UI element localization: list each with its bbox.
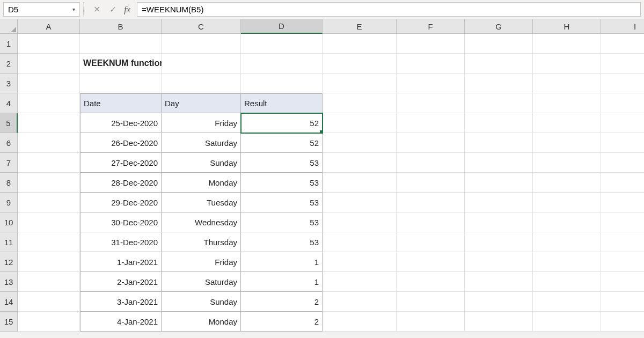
cell-I15[interactable] [601, 312, 644, 332]
select-all-corner[interactable] [0, 19, 18, 34]
row-header-2[interactable]: 2 [0, 54, 18, 74]
cell-E15[interactable] [323, 312, 397, 332]
column-header-A[interactable]: A [18, 19, 80, 34]
cell-F8[interactable] [397, 173, 465, 193]
spreadsheet-grid[interactable]: ABCDEFGHI 123456789101112131415 WEEKNUM … [0, 19, 644, 34]
cell-I4[interactable] [601, 93, 644, 113]
cell-H7[interactable] [533, 153, 601, 173]
cell-F3[interactable] [397, 74, 465, 93]
column-header-D[interactable]: D [241, 19, 323, 34]
cell-B11[interactable]: 31-Dec-2020 [80, 232, 162, 252]
cell-A10[interactable] [18, 212, 80, 232]
cell-F14[interactable] [397, 292, 465, 312]
cell-H4[interactable] [533, 93, 601, 113]
cell-G8[interactable] [465, 173, 533, 193]
cell-C1[interactable] [162, 34, 241, 54]
cell-C7[interactable]: Sunday [162, 153, 241, 173]
cell-reference-input[interactable] [8, 5, 72, 14]
cell-I8[interactable] [601, 173, 644, 193]
cell-A15[interactable] [18, 312, 80, 332]
cell-F1[interactable] [397, 34, 465, 54]
cell-H10[interactable] [533, 212, 601, 232]
cell-A13[interactable] [18, 272, 80, 292]
cell-H11[interactable] [533, 232, 601, 252]
cell-G5[interactable] [465, 113, 533, 133]
cell-C2[interactable] [162, 54, 241, 74]
cell-I9[interactable] [601, 193, 644, 212]
cell-G9[interactable] [465, 193, 533, 212]
cell-C3[interactable] [162, 74, 241, 93]
cell-B10[interactable]: 30-Dec-2020 [80, 212, 162, 232]
column-header-H[interactable]: H [533, 19, 601, 34]
formula-input[interactable] [142, 5, 636, 14]
cell-H13[interactable] [533, 272, 601, 292]
cell-B5[interactable]: 25-Dec-2020 [80, 113, 162, 133]
cell-A2[interactable] [18, 54, 80, 74]
row-header-1[interactable]: 1 [0, 34, 18, 54]
cell-C4[interactable]: Day [162, 93, 241, 113]
cell-C15[interactable]: Monday [162, 312, 241, 332]
cell-D14[interactable]: 2 [241, 292, 323, 312]
cell-H2[interactable] [533, 54, 601, 74]
cell-C11[interactable]: Thursday [162, 232, 241, 252]
cell-B9[interactable]: 29-Dec-2020 [80, 193, 162, 212]
cell-C8[interactable]: Monday [162, 173, 241, 193]
cell-E13[interactable] [323, 272, 397, 292]
row-header-10[interactable]: 10 [0, 212, 18, 232]
cell-C6[interactable]: Saturday [162, 133, 241, 153]
cell-I7[interactable] [601, 153, 644, 173]
cell-E1[interactable] [323, 34, 397, 54]
cell-F15[interactable] [397, 312, 465, 332]
cell-E5[interactable] [323, 113, 397, 133]
cell-B8[interactable]: 28-Dec-2020 [80, 173, 162, 193]
cell-D1[interactable] [241, 34, 323, 54]
cell-E2[interactable] [323, 54, 397, 74]
row-header-15[interactable]: 15 [0, 312, 18, 332]
column-header-I[interactable]: I [601, 19, 644, 34]
cell-G7[interactable] [465, 153, 533, 173]
row-header-14[interactable]: 14 [0, 292, 18, 312]
cell-D8[interactable]: 53 [241, 173, 323, 193]
cell-H6[interactable] [533, 133, 601, 153]
cell-H5[interactable] [533, 113, 601, 133]
cell-D4[interactable]: Result [241, 93, 323, 113]
cell-H9[interactable] [533, 193, 601, 212]
cell-F9[interactable] [397, 193, 465, 212]
cell-G3[interactable] [465, 74, 533, 93]
cell-A6[interactable] [18, 133, 80, 153]
column-header-C[interactable]: C [162, 19, 241, 34]
cell-G15[interactable] [465, 312, 533, 332]
cell-D6[interactable]: 52 [241, 133, 323, 153]
cell-I1[interactable] [601, 34, 644, 54]
fx-icon[interactable]: fx [121, 2, 137, 17]
cell-D5[interactable]: 52 [241, 113, 323, 133]
cell-A8[interactable] [18, 173, 80, 193]
cell-D7[interactable]: 53 [241, 153, 323, 173]
row-header-7[interactable]: 7 [0, 153, 18, 173]
cell-C10[interactable]: Wednesday [162, 212, 241, 232]
cell-G1[interactable] [465, 34, 533, 54]
cell-I14[interactable] [601, 292, 644, 312]
cell-E3[interactable] [323, 74, 397, 93]
cell-I5[interactable] [601, 113, 644, 133]
cell-I12[interactable] [601, 252, 644, 272]
cell-G2[interactable] [465, 54, 533, 74]
cell-A3[interactable] [18, 74, 80, 93]
cell-C9[interactable]: Tuesday [162, 193, 241, 212]
cell-H12[interactable] [533, 252, 601, 272]
cell-B13[interactable]: 2-Jan-2021 [80, 272, 162, 292]
cell-H14[interactable] [533, 292, 601, 312]
cell-I6[interactable] [601, 133, 644, 153]
cell-B1[interactable] [80, 34, 162, 54]
cell-G4[interactable] [465, 93, 533, 113]
row-header-12[interactable]: 12 [0, 252, 18, 272]
cell-I3[interactable] [601, 74, 644, 93]
cell-D13[interactable]: 1 [241, 272, 323, 292]
row-header-11[interactable]: 11 [0, 232, 18, 252]
cell-A12[interactable] [18, 252, 80, 272]
cell-B3[interactable] [80, 74, 162, 93]
cell-B14[interactable]: 3-Jan-2021 [80, 292, 162, 312]
cell-E10[interactable] [323, 212, 397, 232]
cell-D2[interactable] [241, 54, 323, 74]
cell-A5[interactable] [18, 113, 80, 133]
